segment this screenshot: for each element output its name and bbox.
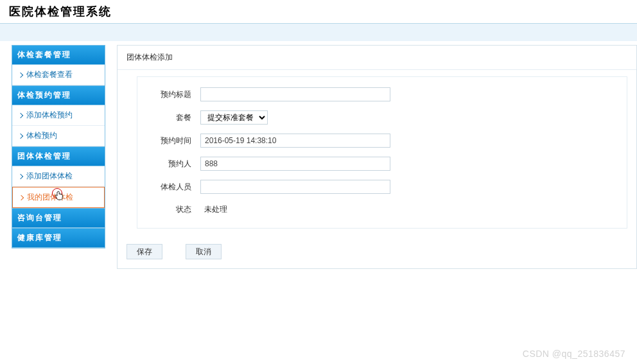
label-package: 套餐 [137,112,191,123]
label-reservation-title: 预约标题 [137,89,191,100]
nav-item-label: 添加团体体检 [26,171,73,182]
chevron-right-icon [19,195,24,200]
nav-item-label: 体检预约 [26,130,57,141]
value-reservation-time: 2016-05-19 14:38:10 [200,134,390,148]
label-staff: 体检人员 [137,182,191,193]
nav-my-group-exam[interactable]: 我的团体体检 [12,187,105,208]
nav-header-health-lib[interactable]: 健康库管理 [12,228,105,248]
chevron-right-icon [18,72,23,77]
nav-item-label: 添加体检预约 [26,110,73,121]
nav-add-group-exam[interactable]: 添加团体体检 [12,166,105,187]
nav-header-package[interactable]: 体检套餐管理 [12,46,105,65]
save-button[interactable]: 保存 [127,244,162,259]
nav-item-label: 我的团体体检 [27,192,73,203]
value-reserver: 888 [200,157,390,171]
sidebar: 体检套餐管理 体检套餐查看 体检预约管理 添加体检预约 体检预约 团体体检管理 … [12,45,105,248]
select-package[interactable]: 提交标准套餐 [200,110,268,125]
input-staff[interactable] [200,180,390,194]
label-status: 状态 [137,204,191,215]
chevron-right-icon [18,173,23,178]
chevron-right-icon [18,133,23,138]
panel-title: 团体体检添加 [118,46,636,70]
nav-exam-reservation[interactable]: 体检预约 [12,126,105,146]
top-bar [0,23,637,41]
label-reservation-time: 预约时间 [137,135,191,146]
nav-header-reservation[interactable]: 体检预约管理 [12,85,105,105]
nav-item-label: 体检套餐查看 [26,69,73,80]
cancel-button[interactable]: 取消 [186,244,222,259]
label-reserver: 预约人 [137,159,191,169]
watermark: CSDN @qq_251836457 [523,349,625,359]
page-title: 医院体检管理系统 [0,0,637,23]
chevron-right-icon [18,112,23,117]
nav-header-group-exam[interactable]: 团体体检管理 [12,146,105,166]
input-reservation-title[interactable] [200,87,390,101]
form-panel: 预约标题 套餐 提交标准套餐 预约时间 2016-05-19 14:38:10 … [137,76,627,229]
nav-add-exam-reservation[interactable]: 添加体检预约 [12,105,105,126]
nav-header-consult[interactable]: 咨询台管理 [12,208,105,228]
nav-package-view[interactable]: 体检套餐查看 [12,65,105,85]
main-panel: 团体体检添加 预约标题 套餐 提交标准套餐 预约时间 2016-05-19 14… [117,45,637,269]
value-status: 未处理 [200,203,231,216]
